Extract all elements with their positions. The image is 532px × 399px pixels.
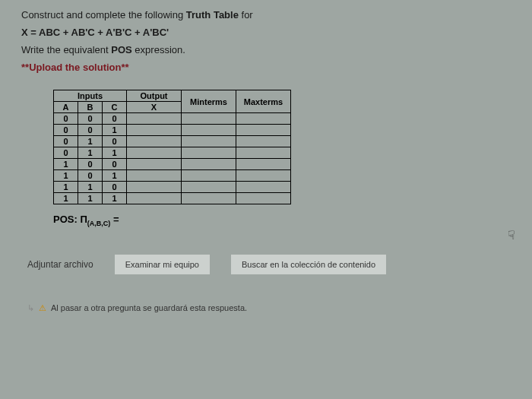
table-row: 010 (54, 136, 291, 147)
truth-table: Inputs Output Minterms Maxterms A B C X … (53, 90, 291, 204)
instruction-line-1: Construct and complete the following Tru… (21, 9, 511, 21)
minterms-header: Minterms (182, 90, 236, 113)
save-note: ↳ ⚠ Al pasar a otra pregunta se guardará… (27, 303, 511, 313)
attach-label: Adjuntar archivo (27, 259, 93, 270)
col-a-header: A (54, 102, 78, 113)
cursor-icon: ☟ (508, 228, 515, 242)
upload-line: **Upload the solution** (21, 62, 511, 73)
table-row: 101 (54, 170, 291, 182)
browse-computer-button[interactable]: Examinar mi equipo (115, 255, 210, 274)
col-x-header: X (127, 102, 182, 113)
output-header: Output (127, 90, 182, 102)
table-row: 110 (54, 182, 291, 193)
warning-icon: ⚠ (39, 303, 46, 313)
table-row: 000 (54, 113, 291, 125)
browse-collection-button[interactable]: Buscar en la colección de contenido (231, 255, 386, 274)
col-b-header: B (78, 102, 103, 113)
col-c-header: C (103, 102, 127, 113)
table-row: 011 (54, 147, 291, 159)
table-row: 111 (54, 193, 291, 204)
formula-line: X = ABC + AB'C + A'B'C + A'BC' (21, 27, 511, 38)
arrow-icon: ↳ (27, 303, 34, 313)
table-row: 100 (54, 159, 291, 170)
inputs-header: Inputs (54, 90, 127, 102)
maxterms-header: Maxterms (236, 90, 291, 113)
instruction-line-3: Write the equivalent POS expression. (21, 44, 511, 55)
table-row: 001 (54, 125, 291, 136)
pos-expression: POS: Π(A,B,C) = (53, 214, 511, 227)
